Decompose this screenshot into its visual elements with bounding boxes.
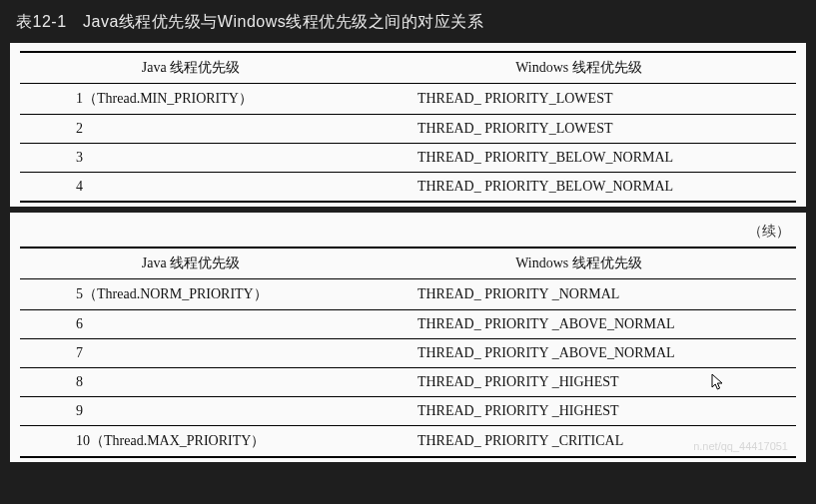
table-sheet-1: Java 线程优先级 Windows 线程优先级 1（Thread.MIN_PR… xyxy=(10,43,806,207)
cell-windows: THREAD_ PRIORITY_LOWEST xyxy=(362,115,796,144)
table-row: 2 THREAD_ PRIORITY_LOWEST xyxy=(20,115,796,144)
table-header-row: Java 线程优先级 Windows 线程优先级 xyxy=(20,52,796,84)
table-row: 10（Thread.MAX_PRIORITY） THREAD_ PRIORITY… xyxy=(20,426,796,458)
cell-java: 10（Thread.MAX_PRIORITY） xyxy=(20,426,362,458)
table-header-row: Java 线程优先级 Windows 线程优先级 xyxy=(20,248,796,279)
cell-java: 3 xyxy=(20,144,362,173)
col-header-windows: Windows 线程优先级 xyxy=(362,248,796,279)
col-header-java: Java 线程优先级 xyxy=(20,52,362,84)
table-row: 9 THREAD_ PRIORITY _HIGHEST xyxy=(20,397,796,426)
cell-java: 5（Thread.NORM_PRIORITY） xyxy=(20,279,362,310)
cell-windows: THREAD_ PRIORITY _ABOVE_NORMAL xyxy=(362,310,796,339)
cell-windows: THREAD_ PRIORITY_LOWEST xyxy=(362,84,796,115)
table-sheet-2: （续） Java 线程优先级 Windows 线程优先级 5（Thread.NO… xyxy=(10,213,806,462)
cell-windows: THREAD_ PRIORITY_BELOW_NORMAL xyxy=(362,144,796,173)
cell-java: 6 xyxy=(20,310,362,339)
cell-windows: THREAD_ PRIORITY _HIGHEST xyxy=(362,368,796,397)
page-container: 表12-1 Java线程优先级与Windows线程优先级之间的对应关系 Java… xyxy=(0,0,816,478)
cell-windows: THREAD_ PRIORITY _CRITICAL xyxy=(362,426,796,458)
table-row: 5（Thread.NORM_PRIORITY） THREAD_ PRIORITY… xyxy=(20,279,796,310)
table-row: 8 THREAD_ PRIORITY _HIGHEST xyxy=(20,368,796,397)
cell-java: 1（Thread.MIN_PRIORITY） xyxy=(20,84,362,115)
cell-windows: THREAD_ PRIORITY _HIGHEST xyxy=(362,397,796,426)
cell-java: 7 xyxy=(20,339,362,368)
table-row: 6 THREAD_ PRIORITY _ABOVE_NORMAL xyxy=(20,310,796,339)
cell-java: 4 xyxy=(20,173,362,203)
table-caption: 表12-1 Java线程优先级与Windows线程优先级之间的对应关系 xyxy=(10,8,806,43)
table-row: 7 THREAD_ PRIORITY _ABOVE_NORMAL xyxy=(20,339,796,368)
cell-windows: THREAD_ PRIORITY _NORMAL xyxy=(362,279,796,310)
continued-label: （续） xyxy=(20,221,796,247)
priority-table-2: Java 线程优先级 Windows 线程优先级 5（Thread.NORM_P… xyxy=(20,247,796,458)
col-header-windows: Windows 线程优先级 xyxy=(362,52,796,84)
cell-windows: THREAD_ PRIORITY _ABOVE_NORMAL xyxy=(362,339,796,368)
cell-java: 8 xyxy=(20,368,362,397)
col-header-java: Java 线程优先级 xyxy=(20,248,362,279)
priority-table-1: Java 线程优先级 Windows 线程优先级 1（Thread.MIN_PR… xyxy=(20,51,796,203)
table-row: 3 THREAD_ PRIORITY_BELOW_NORMAL xyxy=(20,144,796,173)
cell-windows: THREAD_ PRIORITY_BELOW_NORMAL xyxy=(362,173,796,203)
cell-java: 2 xyxy=(20,115,362,144)
table-row: 1（Thread.MIN_PRIORITY） THREAD_ PRIORITY_… xyxy=(20,84,796,115)
table-row: 4 THREAD_ PRIORITY_BELOW_NORMAL xyxy=(20,173,796,203)
cell-java: 9 xyxy=(20,397,362,426)
